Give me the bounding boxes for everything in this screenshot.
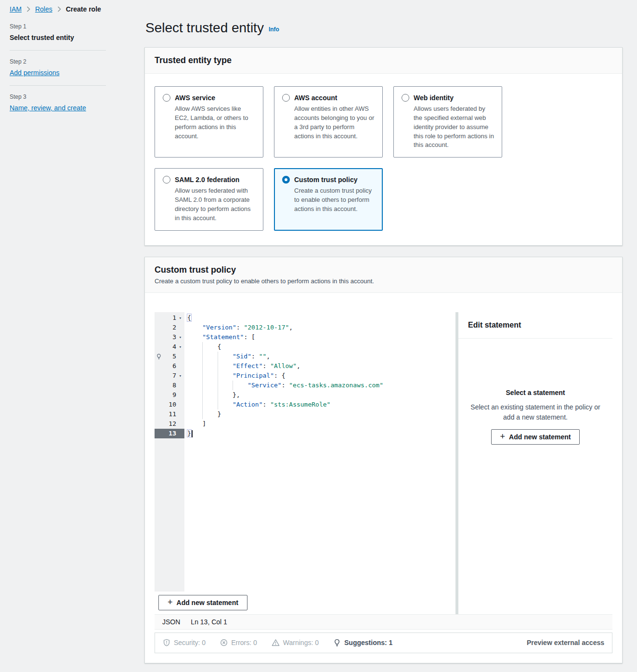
page-title: Select trusted entity: [145, 20, 264, 36]
edit-statement-title: Edit statement: [458, 312, 612, 339]
code-line-11[interactable]: 11}: [155, 409, 455, 419]
entity-type-options: AWS service Allow AWS services like EC2,…: [155, 86, 612, 231]
add-new-statement-button-panel[interactable]: + Add new statement: [491, 429, 580, 445]
entity-option-description: Allows users federated by the specified …: [414, 105, 494, 150]
code-text: "Principal": {: [184, 371, 285, 381]
radio-unselected-icon[interactable]: [282, 94, 290, 102]
code-text: {: [184, 313, 191, 323]
entity-option-description: Allow AWS services like EC2, Lambda, or …: [175, 105, 255, 141]
entity-option-label: Web identity: [414, 94, 454, 102]
entity-option-aws-account[interactable]: AWS account Allow entities in other AWS …: [274, 86, 383, 158]
entity-option-description: Allow entities in other AWS accounts bel…: [294, 105, 375, 141]
code-line-7[interactable]: 7▾"Principal": {: [155, 371, 455, 381]
main-content: Select trusted entity Info Trusted entit…: [144, 20, 623, 672]
line-number: 9: [163, 390, 176, 400]
radio-unselected-icon[interactable]: [163, 94, 170, 102]
code-text: "Service": "ecs-tasks.amazonaws.com": [184, 381, 383, 390]
line-number: 10: [163, 400, 176, 409]
text-cursor: [192, 430, 193, 437]
code-text: }: [184, 429, 193, 438]
code-line-4[interactable]: 4▾{: [155, 342, 455, 352]
lightbulb-icon: [333, 639, 341, 646]
radio-unselected-icon[interactable]: [402, 94, 409, 102]
code-line-6[interactable]: 6"Effect": "Allow",: [155, 361, 455, 371]
policy-editor-container: 1▾{2"Version": "2012-10-17",3▾"Statement…: [155, 312, 612, 614]
code-text: }: [184, 409, 221, 419]
plus-icon: +: [500, 432, 506, 441]
info-link[interactable]: Info: [269, 26, 279, 33]
breadcrumb: IAM Roles Create role: [10, 5, 101, 13]
fold-arrow-icon[interactable]: ▾: [176, 332, 184, 342]
wizard-steps-nav: Step 1 Select trusted entity Step 2 Add …: [10, 23, 106, 119]
step-2-link[interactable]: Add permissions: [10, 69, 60, 77]
code-line-5[interactable]: 5"Sid": "",: [155, 352, 455, 361]
entity-option-label: SAML 2.0 federation: [175, 176, 239, 184]
code-line-3[interactable]: 3▾"Statement": [: [155, 332, 455, 342]
entity-option-label: AWS account: [294, 94, 337, 102]
code-line-12[interactable]: 12]: [155, 419, 455, 429]
code-text: "Sid": "",: [184, 352, 270, 361]
cursor-position: Ln 13, Col 1: [191, 618, 227, 626]
entity-option-web-identity[interactable]: Web identity Allows users federated by t…: [393, 86, 502, 158]
entity-option-aws-service[interactable]: AWS service Allow AWS services like EC2,…: [155, 86, 263, 158]
line-number: 3: [163, 332, 176, 342]
fold-arrow-icon[interactable]: ▾: [176, 342, 184, 352]
fold-arrow-icon[interactable]: ▾: [176, 313, 184, 323]
step-1-label: Select trusted entity: [10, 34, 106, 41]
line-number: 6: [163, 361, 176, 371]
code-text: "Effect": "Allow",: [184, 361, 300, 371]
code-line-9[interactable]: 9},: [155, 390, 455, 400]
entity-option-saml-federation[interactable]: SAML 2.0 federation Allow users federate…: [155, 168, 263, 230]
code-line-1[interactable]: 1▾{: [155, 313, 455, 323]
select-statement-description: Select an existing statement in the poli…: [470, 402, 601, 422]
add-new-statement-button-editor[interactable]: + Add new statement: [158, 595, 247, 610]
code-line-2[interactable]: 2"Version": "2012-10-17",: [155, 323, 455, 332]
suggestions-count: Suggestions: 1: [333, 639, 392, 646]
line-number: 8: [163, 381, 176, 390]
code-text: "Version": "2012-10-17",: [184, 323, 293, 332]
edit-statement-panel: Edit statement Select a statement Select…: [458, 312, 612, 614]
code-text: "Statement": [: [184, 332, 255, 342]
error-circle-icon: [220, 639, 228, 646]
add-new-statement-label: Add new statement: [177, 599, 238, 606]
breadcrumb-roles-link[interactable]: Roles: [35, 5, 52, 13]
step-3-number: Step 3: [10, 93, 106, 100]
code-line-8[interactable]: 8"Service": "ecs-tasks.amazonaws.com": [155, 381, 455, 390]
shield-icon: [163, 639, 170, 646]
line-number: 1: [163, 313, 176, 323]
line-number: 11: [163, 409, 176, 419]
chevron-right-icon: [26, 6, 30, 12]
plus-icon: +: [168, 598, 173, 606]
code-text: {: [184, 342, 221, 352]
breadcrumb-current: Create role: [66, 5, 101, 13]
warning-triangle-icon: [272, 639, 280, 646]
line-number: 12: [163, 419, 176, 429]
gutter-suggestion-lightbulb-icon: [155, 354, 163, 359]
editor-language: JSON: [162, 618, 180, 626]
code-lines: 1▾{2"Version": "2012-10-17",3▾"Statement…: [155, 312, 455, 438]
entity-option-custom-trust-policy[interactable]: Custom trust policy Create a custom trus…: [274, 168, 383, 230]
code-line-13[interactable]: 13}: [155, 429, 455, 438]
divider: [10, 50, 106, 51]
radio-selected-icon[interactable]: [282, 176, 290, 184]
trusted-entity-type-panel: Trusted entity type AWS service Allow AW…: [144, 47, 623, 246]
breadcrumb-iam-link[interactable]: IAM: [10, 5, 22, 13]
step-3-link[interactable]: Name, review, and create: [10, 104, 86, 112]
validation-bar: Security: 0 Errors: 0 Warnings: 0 Sugges…: [155, 632, 612, 653]
code-text: },: [184, 390, 240, 400]
panel-title: Custom trust policy: [155, 265, 612, 275]
fold-arrow-icon[interactable]: ▾: [176, 371, 184, 381]
code-text: "Action": "sts:AssumeRole": [184, 400, 330, 409]
editor-pane: 1▾{2"Version": "2012-10-17",3▾"Statement…: [155, 312, 455, 614]
divider: [10, 85, 106, 86]
line-number: 4: [163, 342, 176, 352]
code-text: ]: [184, 419, 206, 429]
chevron-right-icon: [57, 6, 61, 12]
code-line-10[interactable]: 10"Action": "sts:AssumeRole": [155, 400, 455, 409]
radio-unselected-icon[interactable]: [163, 176, 170, 184]
code-editor[interactable]: 1▾{2"Version": "2012-10-17",3▾"Statement…: [155, 312, 455, 592]
entity-option-label: AWS service: [175, 94, 215, 102]
entity-option-description: Allow users federated with SAML 2.0 from…: [175, 186, 255, 223]
preview-external-access-link[interactable]: Preview external access: [527, 639, 604, 646]
security-findings: Security: 0: [163, 639, 206, 646]
